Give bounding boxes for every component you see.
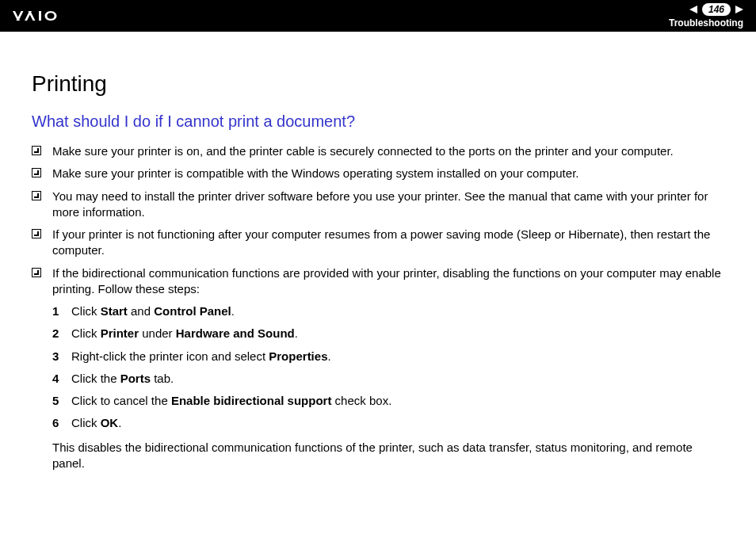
bullet-text: Make sure your printer is on, and the pr… [52, 143, 724, 159]
step-text: Click OK. [71, 415, 724, 431]
step-item: 2 Click Printer under Hardware and Sound… [52, 326, 724, 341]
step-text: Click Start and Control Panel. [71, 303, 724, 319]
header-section-label: Troubleshooting [669, 17, 743, 29]
step-item: 6 Click OK. [52, 415, 724, 431]
page-title: Printing [32, 71, 724, 97]
step-text: Click the Ports tab. [71, 371, 724, 387]
step-text-part: Click the [71, 372, 120, 385]
step-bold: Printer [101, 326, 139, 340]
svg-rect-0 [39, 11, 41, 21]
numbered-steps: 1 Click Start and Control Panel. 2 Click… [52, 303, 724, 432]
step-number: 6 [52, 415, 71, 431]
step-item: 5 Click to cancel the Enable bidirection… [52, 393, 724, 409]
step-bold: Ports [120, 372, 151, 385]
step-item: 4 Click the Ports tab. [52, 371, 724, 387]
step-text-part: check box. [331, 394, 391, 407]
step-item: 3 Right-click the printer icon and selec… [52, 349, 724, 364]
step-number: 1 [52, 303, 71, 319]
step-text-part: . [231, 304, 235, 318]
bullet-text: Make sure your printer is compatible wit… [52, 166, 724, 181]
bullet-item: Make sure your printer is compatible wit… [32, 166, 724, 181]
step-number: 5 [52, 393, 71, 409]
bullet-icon [32, 146, 41, 155]
question-title: What should I do if I cannot print a doc… [32, 113, 724, 131]
step-text-part: Click [71, 304, 101, 318]
bullet-item: If the bidirectional communication funct… [32, 265, 724, 298]
step-item: 1 Click Start and Control Panel. [52, 303, 724, 319]
step-text: Click to cancel the Enable bidirectional… [71, 393, 724, 409]
bullet-icon [32, 168, 41, 177]
step-text: Right-click the printer icon and select … [71, 349, 724, 364]
step-number: 3 [52, 349, 71, 364]
step-text-part: Click to cancel the [71, 394, 171, 407]
bullet-text: If the bidirectional communication funct… [52, 265, 724, 298]
bullet-text: You may need to install the printer driv… [52, 189, 724, 221]
step-bold: Control Panel [154, 304, 231, 318]
step-bold: Properties [269, 349, 327, 363]
bullet-text: If your printer is not functioning after… [52, 227, 724, 259]
step-number: 2 [52, 326, 71, 341]
step-text: Click Printer under Hardware and Sound. [71, 326, 724, 341]
step-bold: Enable bidirectional support [171, 394, 332, 407]
bullet-icon [32, 229, 41, 238]
bullet-item: You may need to install the printer driv… [32, 189, 724, 221]
vaio-logo [13, 9, 84, 23]
bullet-item: If your printer is not functioning after… [32, 227, 724, 259]
page-navigation: 146 [689, 3, 743, 16]
after-steps-text: This disables the bidirectional communic… [52, 440, 724, 472]
page-number: 146 [702, 3, 731, 16]
next-page-arrow-icon[interactable] [735, 6, 743, 13]
step-text-part: Click [71, 416, 101, 429]
step-bold: Start [101, 304, 128, 318]
step-bold: OK [101, 416, 119, 429]
content-area: Printing What should I do if I cannot pr… [0, 32, 756, 487]
step-text-part: Right-click the printer icon and select [71, 349, 269, 363]
step-text-part: . [327, 349, 330, 363]
step-text-part: tab. [151, 372, 174, 385]
bullet-icon [32, 191, 41, 200]
header-right: 146 Troubleshooting [669, 3, 743, 29]
step-text-part: . [118, 416, 121, 429]
header-bar: 146 Troubleshooting [0, 0, 756, 32]
step-bold: Hardware and Sound [176, 326, 295, 340]
step-text-part: Click [71, 326, 101, 340]
prev-page-arrow-icon[interactable] [689, 6, 697, 13]
step-text-part: and [128, 304, 154, 318]
bullet-item: Make sure your printer is on, and the pr… [32, 143, 724, 159]
step-number: 4 [52, 371, 71, 387]
step-text-part: . [295, 326, 298, 340]
bullet-icon [32, 268, 41, 277]
step-text-part: under [139, 326, 176, 340]
